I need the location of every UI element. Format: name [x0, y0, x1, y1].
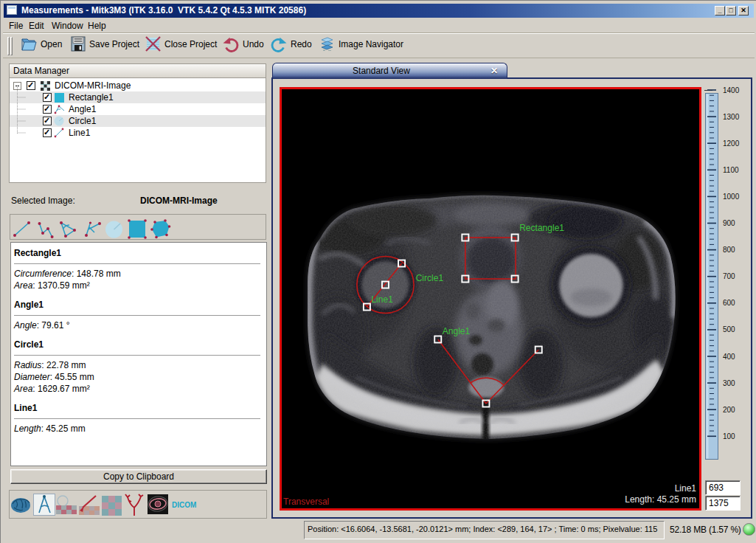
svg-text:600: 600 — [723, 299, 735, 307]
svg-text:400: 400 — [723, 353, 735, 361]
svg-text:100: 100 — [723, 432, 735, 440]
svg-text:1100: 1100 — [723, 166, 739, 174]
svg-text:1300: 1300 — [723, 113, 740, 121]
svg-text:1200: 1200 — [723, 139, 740, 148]
svg-text:200: 200 — [723, 406, 735, 414]
svg-text:1000: 1000 — [723, 193, 740, 201]
svg-text:300: 300 — [723, 379, 735, 387]
svg-text:1400: 1400 — [723, 87, 740, 94]
svg-text:Circle1: Circle1 — [416, 273, 444, 283]
svg-text:700: 700 — [723, 272, 735, 280]
svg-text:DICOM: DICOM — [172, 501, 196, 509]
svg-text:Line1: Line1 — [371, 294, 393, 305]
svg-text:500: 500 — [723, 325, 735, 333]
svg-text:Angle1: Angle1 — [443, 326, 471, 336]
svg-text:800: 800 — [723, 246, 735, 254]
svg-text:900: 900 — [723, 219, 735, 227]
svg-text:Rectangle1: Rectangle1 — [519, 223, 564, 233]
